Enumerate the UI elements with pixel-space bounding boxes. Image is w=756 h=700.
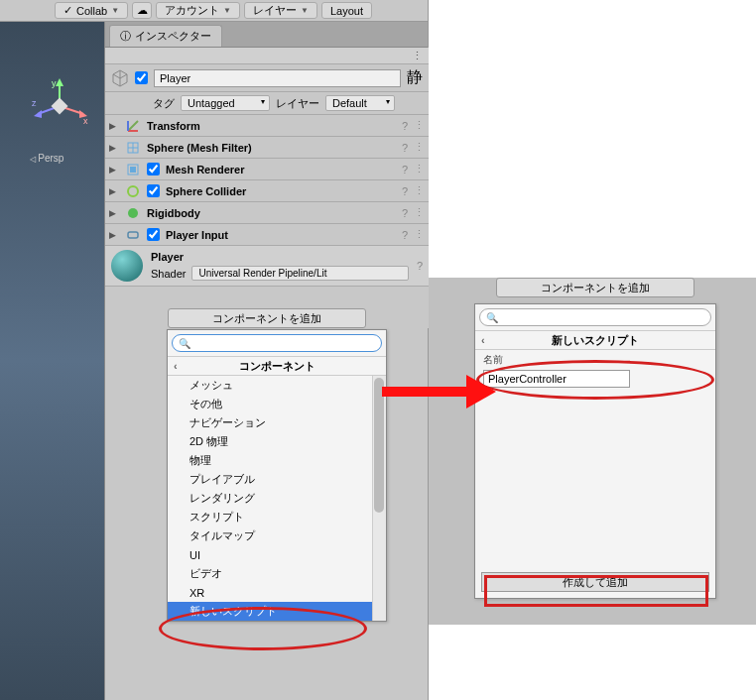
material-preview-icon: [111, 250, 143, 282]
mesh-icon: [125, 140, 141, 156]
dropdown-item[interactable]: メッシュ›: [168, 376, 386, 395]
search-icon: 🔍: [486, 312, 498, 323]
menu-icon[interactable]: ⋮: [414, 206, 425, 219]
dropdown-item[interactable]: UI›: [168, 545, 386, 564]
foldout-icon[interactable]: ▶: [109, 121, 119, 131]
svg-text:z: z: [32, 98, 37, 108]
help-icon[interactable]: ?: [402, 142, 408, 154]
back-icon[interactable]: ‹: [481, 334, 485, 346]
layer-dropdown[interactable]: Default: [325, 95, 395, 111]
component-search[interactable]: 🔍: [172, 334, 382, 352]
dropdown-item[interactable]: レンダリング›: [168, 489, 386, 508]
chevron-down-icon: ▼: [301, 6, 309, 15]
menu-icon[interactable]: ⋮: [414, 141, 425, 154]
top-toolbar: ✓Collab▼ ☁ アカウント▼ レイヤー▼ Layout: [0, 0, 428, 22]
perspective-label[interactable]: Persp: [30, 153, 63, 164]
component-meshfilter[interactable]: ▶ Sphere (Mesh Filter) ? ⋮: [105, 137, 429, 159]
svg-rect-20: [128, 232, 138, 238]
component-spherecollider[interactable]: ▶ Sphere Collider ? ⋮: [105, 180, 429, 202]
dropdown-header-right: ‹ 新しいスクリプト: [475, 330, 715, 350]
gameobject-icon[interactable]: [111, 69, 129, 87]
static-label[interactable]: 静: [407, 67, 423, 88]
layers-button[interactable]: レイヤー▼: [244, 2, 317, 19]
dropdown-item[interactable]: ナビゲーション›: [168, 413, 386, 432]
inspector-tab[interactable]: ⓘ インスペクター: [109, 25, 222, 47]
help-icon[interactable]: ?: [402, 229, 408, 241]
gameobject-name-input[interactable]: [154, 69, 401, 87]
scrollbar-thumb[interactable]: [374, 378, 384, 513]
scene-view[interactable]: y x z Persp: [0, 22, 105, 700]
dropdown-item[interactable]: XR›: [168, 583, 386, 602]
add-component-button-right[interactable]: コンポーネントを追加: [496, 278, 694, 297]
collab-button[interactable]: ✓Collab▼: [55, 2, 128, 19]
help-icon[interactable]: ?: [402, 164, 408, 175]
dropdown-item[interactable]: プレイアブル›: [168, 470, 386, 489]
dropdown-item[interactable]: タイルマップ›: [168, 526, 386, 545]
component-transform[interactable]: ▶ Transform ? ⋮: [105, 115, 429, 137]
layout-button[interactable]: Layout: [321, 2, 372, 19]
cloud-button[interactable]: ☁: [132, 2, 152, 19]
foldout-icon[interactable]: ▶: [109, 165, 119, 175]
shader-label: Shader: [151, 268, 186, 280]
dropdown-item-new-script[interactable]: 新しいスクリプト›: [168, 602, 386, 621]
chevron-down-icon: ▼: [223, 6, 231, 15]
help-icon[interactable]: ?: [402, 185, 408, 197]
create-and-add-button[interactable]: 作成して追加: [481, 572, 709, 592]
component-search-input[interactable]: [190, 337, 375, 349]
tag-label: タグ: [153, 96, 175, 111]
svg-marker-7: [34, 110, 42, 118]
component-search-input-right[interactable]: [498, 311, 704, 323]
help-icon[interactable]: ?: [402, 120, 408, 132]
menu-icon[interactable]: ⋮: [414, 119, 425, 132]
menu-icon[interactable]: ⋮: [414, 228, 425, 241]
component-rigidbody[interactable]: ▶ Rigidbody ? ⋮: [105, 202, 429, 224]
dropdown-item[interactable]: スクリプト›: [168, 508, 386, 526]
component-enable-checkbox[interactable]: [147, 163, 160, 175]
dropdown-item[interactable]: 物理›: [168, 451, 386, 470]
help-icon[interactable]: ?: [402, 207, 408, 219]
cloud-icon: ☁: [137, 4, 148, 17]
svg-text:y: y: [52, 78, 57, 88]
component-meshrenderer[interactable]: ▶ Mesh Renderer ? ⋮: [105, 159, 429, 180]
layer-label: レイヤー: [276, 96, 319, 111]
svg-rect-9: [52, 98, 68, 115]
script-name-input[interactable]: [483, 370, 630, 388]
menu-icon[interactable]: ⋮: [414, 163, 425, 175]
add-component-button[interactable]: コンポーネントを追加: [168, 308, 366, 328]
back-icon[interactable]: ‹: [174, 360, 178, 372]
svg-text:x: x: [83, 116, 88, 126]
chevron-down-icon: ▼: [111, 6, 119, 15]
dropdown-header: ‹ コンポーネント: [168, 356, 386, 376]
check-icon: ✓: [63, 4, 72, 17]
gameobject-row: 静: [105, 64, 429, 92]
dropdown-item[interactable]: ビデオ›: [168, 564, 386, 583]
orientation-gizmo-icon[interactable]: y x z: [30, 76, 89, 136]
foldout-icon[interactable]: ▶: [109, 208, 119, 218]
menu-icon[interactable]: ⋮: [414, 184, 425, 197]
input-icon: [125, 227, 141, 243]
foldout-icon[interactable]: ▶: [109, 230, 119, 240]
help-icon[interactable]: ?: [417, 260, 423, 272]
material-name: Player: [151, 251, 409, 263]
scrollbar[interactable]: [372, 376, 386, 621]
material-row[interactable]: Player Shader Universal Render Pipeline/…: [105, 246, 429, 287]
dropdown-list: メッシュ› その他› ナビゲーション› 2D 物理› 物理› プレイアブル› レ…: [168, 376, 386, 621]
inspector-header: ⋮: [105, 48, 429, 64]
account-button[interactable]: アカウント▼: [156, 2, 240, 19]
inspector-menu-icon[interactable]: ⋮: [412, 50, 423, 62]
dropdown-item[interactable]: その他›: [168, 395, 386, 413]
gameobject-active-checkbox[interactable]: [135, 71, 148, 84]
shader-dropdown[interactable]: Universal Render Pipeline/Lit: [191, 266, 408, 281]
component-enable-checkbox[interactable]: [147, 228, 160, 241]
tag-dropdown[interactable]: Untagged: [181, 95, 270, 111]
dropdown-item[interactable]: 2D 物理›: [168, 432, 386, 451]
component-enable-checkbox[interactable]: [147, 184, 160, 197]
foldout-icon[interactable]: ▶: [109, 143, 119, 153]
right-panel: コンポーネントを追加 🔍 ‹ 新しいスクリプト 名前 作成して追加: [456, 278, 734, 599]
component-playerinput[interactable]: ▶ Player Input ? ⋮: [105, 224, 429, 246]
foldout-icon[interactable]: ▶: [109, 186, 119, 196]
component-search-right[interactable]: 🔍: [479, 308, 711, 326]
search-icon: 🔍: [179, 338, 190, 349]
collider-icon: [125, 183, 141, 199]
tag-layer-row: タグ Untagged レイヤー Default: [105, 92, 429, 115]
